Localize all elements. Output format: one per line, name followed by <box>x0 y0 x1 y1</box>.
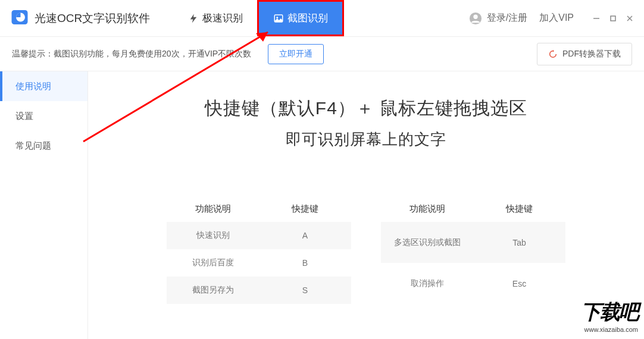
header-tabs: 极速识别 截图识别 <box>174 0 344 36</box>
table-row: 截图另存为S <box>167 277 351 304</box>
table-row: 取消操作Esc <box>381 263 565 304</box>
bolt-icon <box>188 13 199 24</box>
login-register-link[interactable]: 登录/注册 <box>469 12 527 25</box>
table-row: 多选区识别或截图Tab <box>381 222 565 263</box>
app-header: 光速OCR文字识别软件 极速识别 截图识别 登录/注册 加入VIP <box>0 0 644 37</box>
watermark-url: www.xiazaiba.com <box>581 326 638 333</box>
main-content: 快捷键（默认F4）＋ 鼠标左键拖拽选区 即可识别屏幕上的文字 功能说明 快捷键 … <box>88 71 644 339</box>
table-header: 功能说明 <box>381 196 473 222</box>
table-header: 快捷键 <box>259 196 351 222</box>
table-row: 快速识别A <box>167 222 351 249</box>
sidebar-item-faq[interactable]: 常见问题 <box>0 131 87 161</box>
pdf-download-label: PDF转换器下载 <box>562 49 621 59</box>
page-heading-1: 快捷键（默认F4）＋ 鼠标左键拖拽选区 <box>112 96 620 121</box>
user-icon <box>469 12 482 25</box>
tab-screenshot-ocr[interactable]: 截图识别 <box>257 0 344 36</box>
tip-bar: 温馨提示：截图识别功能，每月免费使用20次，开通VIP不限次数 立即开通 PDF… <box>0 37 644 71</box>
tip-text: 温馨提示：截图识别功能，每月免费使用20次，开通VIP不限次数 <box>12 49 251 59</box>
app-logo-icon <box>11 8 29 29</box>
sidebar: 使用说明 设置 常见问题 <box>0 71 88 339</box>
app-logo-area: 光速OCR文字识别软件 <box>11 8 150 29</box>
refresh-icon <box>548 49 558 59</box>
image-icon <box>273 13 284 24</box>
table-row: 识别后百度B <box>167 249 351 277</box>
pdf-download-button[interactable]: PDF转换器下载 <box>537 43 632 65</box>
shortcuts-table-left: 功能说明 快捷键 快速识别A 识别后百度B 截图另存为S <box>167 196 351 304</box>
open-vip-button[interactable]: 立即开通 <box>268 44 324 64</box>
page-heading-2: 即可识别屏幕上的文字 <box>112 129 620 150</box>
maximize-button[interactable] <box>605 10 621 27</box>
svg-point-5 <box>473 14 477 18</box>
tab-label: 截图识别 <box>287 11 328 25</box>
shortcuts-table-right: 功能说明 快捷键 多选区识别或截图Tab 取消操作Esc <box>381 196 565 304</box>
login-label: 登录/注册 <box>487 12 527 24</box>
watermark: 下载吧 www.xiazaiba.com <box>581 299 638 333</box>
watermark-logo: 下载吧 <box>581 299 638 326</box>
tab-fast-ocr[interactable]: 极速识别 <box>174 0 257 36</box>
sidebar-item-settings[interactable]: 设置 <box>0 101 87 131</box>
svg-rect-7 <box>611 16 615 21</box>
table-header: 功能说明 <box>167 196 259 222</box>
table-header: 快捷键 <box>473 196 565 222</box>
app-title: 光速OCR文字识别软件 <box>35 11 150 26</box>
join-vip-link[interactable]: 加入VIP <box>539 12 574 24</box>
close-button[interactable] <box>621 10 638 27</box>
svg-point-3 <box>276 17 278 18</box>
tab-label: 极速识别 <box>202 11 243 25</box>
minimize-button[interactable] <box>588 10 605 27</box>
sidebar-item-instructions[interactable]: 使用说明 <box>0 71 87 101</box>
